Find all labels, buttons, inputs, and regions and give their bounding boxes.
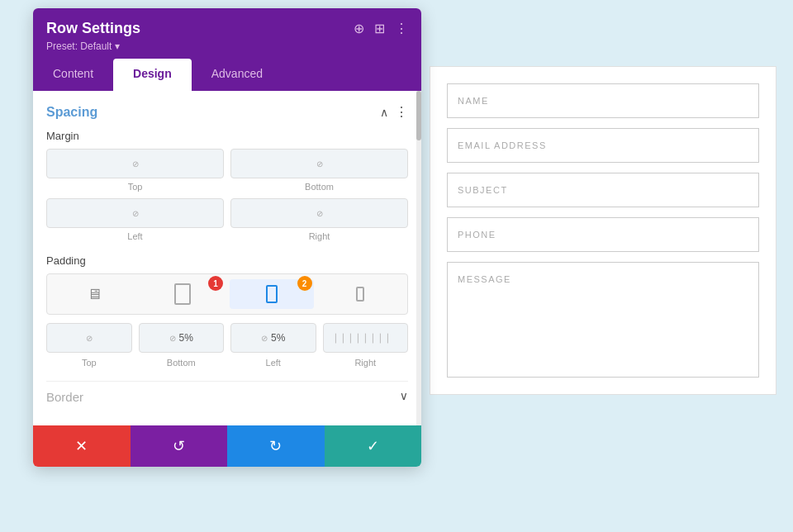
- scrollbar[interactable]: [416, 91, 421, 425]
- action-bar: ✕ ↺ ↻ ✓: [33, 425, 421, 467]
- padding-bottom-input[interactable]: ⊘ 5%: [139, 323, 225, 353]
- section-header: Spacing ∧ ⋮: [46, 104, 408, 120]
- padding-devices: 🖥 1 2: [46, 273, 408, 315]
- columns-icon[interactable]: ⊞: [374, 21, 385, 36]
- padding-label: Padding: [46, 254, 408, 267]
- form-field-message: MESSAGE: [447, 262, 759, 378]
- device-btn-desktop[interactable]: 🖥: [52, 279, 136, 309]
- device-btn-phone2[interactable]: [319, 279, 403, 309]
- desktop-icon: 🖥: [87, 286, 102, 303]
- padding-bottom-label: Bottom: [139, 358, 225, 368]
- form-field-email: EMAIL ADDRESS: [447, 128, 759, 163]
- margin-left-input[interactable]: ⊘: [46, 198, 224, 228]
- panel-title: Row Settings: [46, 20, 140, 37]
- margin-left-label: Left: [127, 231, 142, 241]
- badge-1: 1: [208, 276, 223, 291]
- padding-bottom-link-icon: ⊘: [169, 334, 176, 343]
- more-icon[interactable]: ⋮: [395, 21, 408, 36]
- border-title: Border: [46, 390, 83, 404]
- spacing-more-icon[interactable]: ⋮: [395, 104, 408, 120]
- link-icon-top: ⊘: [132, 159, 139, 169]
- padding-top-input[interactable]: ⊘: [46, 323, 132, 353]
- device-btn-mobile[interactable]: 2: [230, 279, 314, 309]
- undo-button[interactable]: ↺: [131, 425, 228, 467]
- scroll-thumb: [416, 91, 421, 140]
- margin-bottom-label: Bottom: [305, 182, 334, 192]
- margin-bottom-group: ⊘ Bottom: [230, 149, 408, 192]
- form-field-subject: SUBJECT: [447, 173, 759, 207]
- badge-2: 2: [297, 276, 312, 291]
- link-icon-right: ⊘: [316, 209, 323, 218]
- panel-header-icons: ⊕ ⊞ ⋮: [354, 21, 408, 36]
- padding-top-link-icon: ⊘: [86, 334, 93, 343]
- padding-left-link-icon: ⊘: [261, 334, 268, 343]
- margin-right-label: Right: [309, 231, 330, 241]
- mobile-icon: [266, 285, 278, 303]
- spacing-section: Spacing ∧ ⋮ Margin ⊘ Top ⊘: [46, 104, 408, 368]
- padding-right-input[interactable]: ▏▏▏▏▏▏▏▏: [323, 323, 409, 353]
- margin-right-input[interactable]: ⊘: [230, 198, 408, 228]
- margin-grid: ⊘ Top ⊘ Bottom ⊘ Left: [46, 149, 408, 241]
- padding-labels: Top Bottom Left Right: [46, 358, 408, 368]
- tab-advanced[interactable]: Advanced: [192, 59, 283, 91]
- padding-top-label: Top: [46, 358, 132, 368]
- margin-left-group: ⊘ Left: [46, 198, 224, 241]
- save-button[interactable]: ✓: [325, 425, 422, 467]
- padding-right-label: Right: [323, 358, 409, 368]
- border-chevron-icon[interactable]: ∧: [400, 391, 408, 404]
- target-icon[interactable]: ⊕: [354, 21, 364, 36]
- form-field-name: NAME: [447, 83, 759, 118]
- slider-dots: ▏▏▏▏▏▏▏▏: [335, 334, 395, 343]
- margin-top-label: Top: [128, 182, 143, 192]
- form-preview: NAME EMAIL ADDRESS SUBJECT PHONE MESSAGE: [430, 66, 776, 395]
- preset-label[interactable]: Preset: Default: [46, 40, 408, 52]
- panel-tabs: Content Design Advanced: [33, 59, 421, 91]
- device-btn-tablet[interactable]: 1: [141, 279, 226, 309]
- panel-header-top: Row Settings ⊕ ⊞ ⋮: [46, 20, 408, 37]
- padding-left-label: Left: [230, 358, 316, 368]
- padding-bottom-value: 5%: [179, 332, 193, 344]
- collapse-icon[interactable]: ∧: [380, 106, 388, 119]
- margin-right-group: ⊘ Right: [230, 198, 408, 241]
- tablet-icon: [174, 283, 191, 305]
- section-header-right: ∧ ⋮: [380, 104, 408, 120]
- border-section: Border ∧: [46, 381, 408, 412]
- padding-left-value: 5%: [271, 332, 285, 344]
- settings-panel: Row Settings ⊕ ⊞ ⋮ Preset: Default Conte…: [33, 8, 421, 467]
- padding-left-input[interactable]: ⊘ 5%: [230, 323, 316, 353]
- border-header: Border ∧: [46, 381, 408, 412]
- form-field-phone: PHONE: [447, 217, 759, 252]
- panel-header: Row Settings ⊕ ⊞ ⋮ Preset: Default: [33, 8, 421, 59]
- margin-bottom-input[interactable]: ⊘: [230, 149, 408, 178]
- phone2-icon: [356, 287, 364, 302]
- link-icon-left: ⊘: [132, 209, 139, 218]
- margin-top-group: ⊘ Top: [46, 149, 224, 192]
- panel-body: Spacing ∧ ⋮ Margin ⊘ Top ⊘: [33, 91, 421, 425]
- tab-content[interactable]: Content: [33, 59, 113, 91]
- margin-label: Margin: [46, 130, 408, 142]
- padding-values: ⊘ ⊘ 5% ⊘ 5% ▏▏▏▏▏▏▏▏: [46, 323, 408, 353]
- link-icon-bottom: ⊘: [316, 159, 323, 169]
- cancel-button[interactable]: ✕: [33, 425, 131, 467]
- tab-design[interactable]: Design: [113, 59, 192, 91]
- redo-button[interactable]: ↻: [227, 425, 325, 467]
- margin-top-input[interactable]: ⊘: [46, 149, 224, 178]
- spacing-title: Spacing: [46, 105, 97, 120]
